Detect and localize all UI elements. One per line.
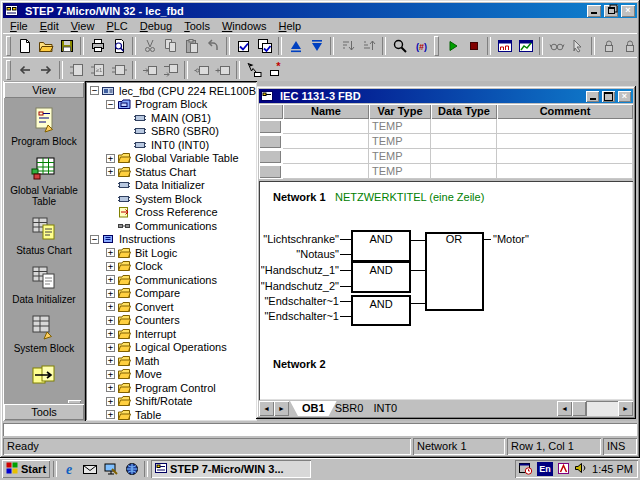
close-button[interactable]: × bbox=[621, 5, 635, 17]
sort-descending-button[interactable] bbox=[358, 36, 379, 56]
column-header-data-type[interactable]: Data Type bbox=[431, 104, 497, 119]
print-preview-button[interactable] bbox=[108, 36, 129, 56]
input-label[interactable]: "Endschalter~1 bbox=[264, 295, 339, 307]
scroll-right-button[interactable]: ► bbox=[618, 401, 633, 416]
tree-expander[interactable]: + bbox=[106, 410, 115, 419]
table-cell[interactable]: TEMP bbox=[369, 134, 431, 149]
language-indicator[interactable]: En bbox=[537, 462, 553, 476]
tree-item-convert[interactable]: +Convert bbox=[86, 300, 256, 314]
toolbar-grip[interactable] bbox=[6, 36, 11, 56]
start-button[interactable]: Start bbox=[2, 460, 50, 478]
instruction-box-button[interactable] bbox=[108, 60, 129, 80]
tree-expander[interactable]: + bbox=[106, 154, 115, 163]
open-file-button[interactable] bbox=[35, 36, 56, 56]
volume-icon[interactable] bbox=[574, 461, 588, 477]
tree-item-system-block[interactable]: System Block bbox=[86, 192, 256, 206]
bookmark-toggle-button[interactable] bbox=[598, 36, 619, 56]
download-button[interactable] bbox=[306, 36, 327, 56]
insert-input-button[interactable] bbox=[139, 60, 160, 80]
tree-item-math[interactable]: +Math bbox=[86, 354, 256, 368]
cut-button[interactable] bbox=[139, 36, 160, 56]
table-cell[interactable] bbox=[497, 119, 633, 134]
table-cell[interactable] bbox=[497, 164, 633, 179]
menu-file[interactable]: File bbox=[4, 19, 34, 33]
view-item-program-block[interactable]: Program Block bbox=[11, 106, 77, 147]
copy-button[interactable] bbox=[160, 36, 181, 56]
row-header-button[interactable] bbox=[259, 135, 281, 148]
row-header-button[interactable] bbox=[259, 165, 281, 178]
tree-item-int0-int0-[interactable]: INT0 (INT0) bbox=[86, 138, 256, 152]
insert-input-below-button[interactable] bbox=[160, 60, 181, 80]
main-titlebar[interactable]: STEP 7-Micro/WIN 32 - lec_fbd × bbox=[3, 3, 637, 18]
tree-expander[interactable]: + bbox=[106, 262, 115, 271]
table-cell[interactable] bbox=[431, 164, 497, 179]
show-desktop-icon[interactable] bbox=[102, 461, 120, 478]
tree-item-table[interactable]: +Table bbox=[86, 408, 256, 421]
menu-debug[interactable]: Debug bbox=[134, 19, 178, 33]
tree-item-logical-operations[interactable]: +Logical Operations bbox=[86, 341, 256, 355]
compile-all-button[interactable] bbox=[254, 36, 275, 56]
nav-back-button[interactable] bbox=[14, 60, 35, 80]
new-file-button[interactable] bbox=[14, 36, 35, 56]
tree-item-communications[interactable]: Communications bbox=[86, 219, 256, 233]
paste-button[interactable] bbox=[181, 36, 202, 56]
tree-item-program-block[interactable]: −Program Block bbox=[86, 98, 256, 112]
toolbar-grip[interactable] bbox=[6, 60, 11, 80]
tree-expander[interactable]: + bbox=[106, 275, 115, 284]
tab-scroll-right-button[interactable]: ► bbox=[274, 401, 289, 416]
minimize-button[interactable] bbox=[587, 5, 601, 17]
fbd-titlebar[interactable]: IEC 1131-3 FBD × bbox=[259, 89, 633, 103]
menu-tools[interactable]: Tools bbox=[178, 19, 216, 33]
tree-expander[interactable]: + bbox=[106, 167, 115, 176]
view-bar-more-button[interactable]: ▼ bbox=[68, 400, 81, 403]
scrollbar-track[interactable] bbox=[586, 401, 618, 416]
tree-expander[interactable]: − bbox=[90, 86, 99, 95]
network-canvas[interactable]: Network 1 NETZWERKTITEL (eine Zeile) "Li… bbox=[259, 181, 633, 400]
row-header-button[interactable] bbox=[259, 150, 281, 163]
table-cell[interactable]: TEMP bbox=[369, 119, 431, 134]
upload-button[interactable] bbox=[285, 36, 306, 56]
print-button[interactable] bbox=[87, 36, 108, 56]
input-label[interactable]: "Handschutz_1" bbox=[261, 264, 339, 276]
program-status-button[interactable] bbox=[494, 36, 515, 56]
tree-expander[interactable]: + bbox=[106, 383, 115, 392]
table-cell[interactable] bbox=[431, 149, 497, 164]
tree-expander[interactable]: + bbox=[106, 329, 115, 338]
nav-forward-button[interactable] bbox=[35, 60, 56, 80]
tree-item-bit-logic[interactable]: +Bit Logic bbox=[86, 246, 256, 260]
task-button-step7[interactable]: STEP 7-Micro/WIN 3... bbox=[151, 460, 311, 478]
menu-edit[interactable]: Edit bbox=[34, 19, 65, 33]
table-cell[interactable]: TEMP bbox=[369, 164, 431, 179]
table-cell[interactable]: TEMP bbox=[369, 149, 431, 164]
insert-network-button[interactable] bbox=[243, 60, 264, 80]
tree-expander[interactable]: + bbox=[106, 248, 115, 257]
scheduler-tray-icon[interactable] bbox=[519, 461, 533, 477]
tree-expander[interactable]: + bbox=[106, 397, 115, 406]
outlook-express-icon[interactable] bbox=[81, 461, 99, 478]
undo-button[interactable] bbox=[202, 36, 223, 56]
tree-item-compare[interactable]: +Compare bbox=[86, 287, 256, 301]
tree-expander[interactable]: + bbox=[106, 370, 115, 379]
table-cell[interactable] bbox=[497, 134, 633, 149]
fbd-minimize-button[interactable] bbox=[586, 91, 599, 102]
table-cell[interactable] bbox=[283, 134, 369, 149]
scrollbar-thumb[interactable] bbox=[572, 401, 586, 416]
menu-plc[interactable]: PLC bbox=[100, 19, 133, 33]
table-cell[interactable] bbox=[497, 149, 633, 164]
tree-item-global-variable-table[interactable]: +Global Variable Table bbox=[86, 152, 256, 166]
tree-expander[interactable]: + bbox=[106, 356, 115, 365]
row-header-button[interactable] bbox=[259, 120, 281, 133]
view-channels-icon[interactable] bbox=[123, 461, 141, 478]
view-item-data-initializer[interactable]: Data Initializer bbox=[12, 264, 75, 305]
bookmark-next-button[interactable] bbox=[619, 36, 640, 56]
scroll-left-button[interactable]: ◄ bbox=[557, 401, 572, 416]
stop-button[interactable] bbox=[463, 36, 484, 56]
view-item-status-chart[interactable]: Status Chart bbox=[16, 215, 72, 256]
table-cell[interactable] bbox=[431, 119, 497, 134]
tools-bar-header[interactable]: Tools bbox=[4, 404, 84, 420]
tree-item-sbr0-sbr0-[interactable]: SBR0 (SBR0) bbox=[86, 125, 256, 139]
run-button[interactable] bbox=[442, 36, 463, 56]
view-item-cross-reference-pages[interactable] bbox=[29, 362, 59, 392]
tree-item-shift-rotate[interactable]: +Shift/Rotate bbox=[86, 395, 256, 409]
tree-item-move[interactable]: +Move bbox=[86, 368, 256, 382]
